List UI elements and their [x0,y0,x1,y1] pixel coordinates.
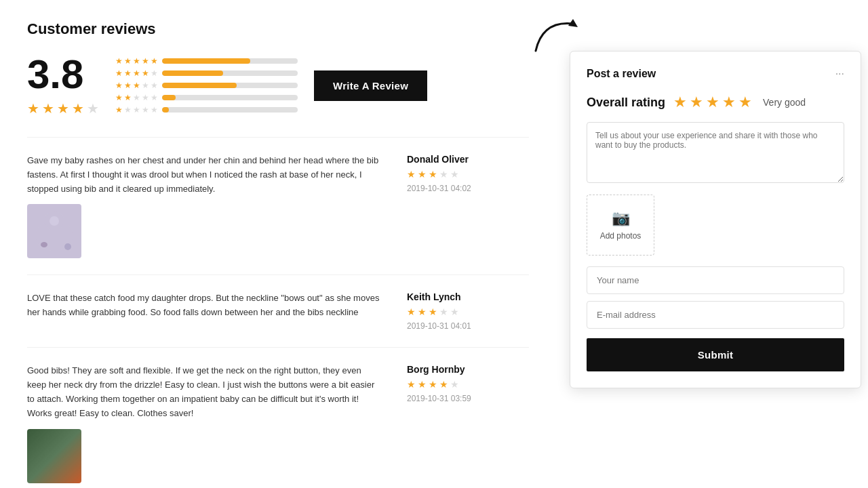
write-review-button[interactable]: Write A Review [314,70,427,101]
panel-header: Post a review ··· [587,68,844,80]
star-1: ★ [27,100,39,117]
review-date: 2019-10-31 03:59 [407,394,529,403]
review-meta: Borg Hornby ★★★★★ 2019-10-31 03:59 [407,364,529,483]
overall-rating-label: Overall rating [587,96,665,110]
panel-stars[interactable]: ★ ★ ★ ★ ★ [673,94,752,111]
rating-bars: ★★★★★ ★★★★★ ★★★★★ ★★★★★ [115,56,298,115]
summary-stars: ★ ★ ★ ★ ★ [27,100,99,117]
add-photos-button[interactable]: 📷 Add photos [587,195,654,256]
review-text: Good bibs! They are soft and flexible. I… [27,364,380,420]
review-image-2 [27,429,81,483]
review-item: LOVE that these catch food my daughter d… [27,274,529,347]
review-stars: ★★★★★ [407,306,529,317]
name-input[interactable] [587,266,844,294]
svg-point-4 [64,243,71,250]
section-title: Customer reviews [27,20,529,38]
email-input[interactable] [587,301,844,329]
review-date: 2019-10-31 04:02 [407,184,529,193]
star-4: ★ [72,100,84,117]
big-score: 3.8 ★ ★ ★ ★ ★ [27,54,99,117]
panel-star-3[interactable]: ★ [706,94,719,111]
add-photos-label: Add photos [600,231,642,241]
reviewer-name: Keith Lynch [407,291,529,302]
review-text: Gave my baby rashes on her chest and und… [27,154,380,196]
panel-star-1[interactable]: ★ [673,94,687,111]
panel-title: Post a review [587,68,656,80]
camera-icon: 📷 [612,209,630,227]
submit-button[interactable]: Submit [587,338,844,371]
review-meta: Keith Lynch ★★★★★ 2019-10-31 04:01 [407,291,529,331]
review-date: 2019-10-31 04:01 [407,321,529,331]
bar-row-1: ★★★★★ [115,105,298,115]
overall-rating-row: Overall rating ★ ★ ★ ★ ★ Very good [587,94,844,111]
review-meta: Donald Oliver ★★★★★ 2019-10-31 04:02 [407,154,529,258]
bar-row-4: ★★★★★ [115,68,298,78]
review-stars: ★★★★★ [407,169,529,180]
review-item: Good bibs! They are soft and flexible. I… [27,347,529,488]
review-panel: Post a review ··· Overall rating ★ ★ ★ ★… [570,51,861,388]
bar-row-5: ★★★★★ [115,56,298,66]
bar-row-3: ★★★★★ [115,81,298,90]
review-text-col: LOVE that these catch food my daughter d… [27,291,380,331]
star-2: ★ [42,100,54,117]
svg-point-5 [41,242,47,247]
panel-star-2[interactable]: ★ [690,94,703,111]
review-item: Gave my baby rashes on her chest and und… [27,137,529,274]
review-textarea[interactable] [587,122,844,183]
review-list: Gave my baby rashes on her chest and und… [27,137,529,488]
star-3: ★ [57,100,69,117]
star-5-empty: ★ [87,100,99,117]
review-text-col: Gave my baby rashes on her chest and und… [27,154,380,258]
panel-star-5[interactable]: ★ [738,94,752,111]
review-text: LOVE that these catch food my daughter d… [27,291,380,320]
review-image [27,204,81,258]
svg-point-3 [50,216,59,226]
rating-summary: 3.8 ★ ★ ★ ★ ★ ★★★★★ ★★★★★ [27,54,529,117]
rating-text-label: Very good [763,97,806,108]
main-content: Customer reviews 3.8 ★ ★ ★ ★ ★ ★★★★★ ★★★… [0,0,556,488]
panel-close-button[interactable]: ··· [835,68,844,80]
panel-star-4[interactable]: ★ [722,94,736,111]
reviewer-name: Donald Oliver [407,154,529,165]
review-stars: ★★★★★ [407,379,529,390]
bar-row-2: ★★★★★ [115,93,298,102]
reviewer-name: Borg Hornby [407,364,529,375]
review-text-col: Good bibs! They are soft and flexible. I… [27,364,380,483]
